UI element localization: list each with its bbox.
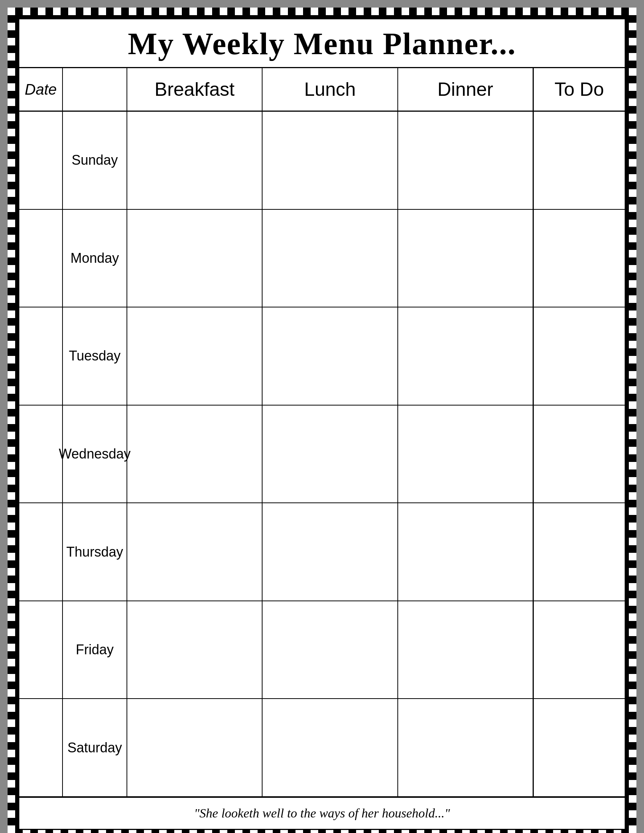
friday-label: Friday (76, 642, 114, 658)
thursday-row: Thursday (19, 503, 625, 601)
monday-day-cell: Monday (63, 210, 127, 307)
wednesday-label: Wednesday (59, 446, 130, 462)
page-title: My Weekly Menu Planner... (128, 26, 516, 61)
monday-breakfast-cell[interactable] (127, 210, 262, 307)
thursday-dinner-cell[interactable] (398, 503, 534, 600)
tuesday-lunch-cell[interactable] (262, 307, 398, 405)
wednesday-breakfast-cell[interactable] (127, 405, 262, 503)
saturday-day-cell: Saturday (63, 699, 127, 796)
breakfast-header-label: Breakfast (155, 78, 235, 100)
sunday-row: Sunday (19, 112, 625, 210)
thursday-todo-cell[interactable] (534, 503, 625, 600)
thursday-lunch-cell[interactable] (262, 503, 398, 600)
saturday-row: Saturday (19, 699, 625, 797)
tuesday-dinner-cell[interactable] (398, 307, 534, 405)
sunday-date-cell[interactable] (19, 112, 63, 209)
header-row: Date Breakfast Lunch Dinner To Do (19, 68, 625, 112)
tuesday-date-cell[interactable] (19, 307, 63, 405)
date-header-label: Date (25, 81, 57, 98)
todo-header-label: To Do (555, 78, 604, 100)
wednesday-row: Wednesday (19, 405, 625, 503)
sunday-todo-cell[interactable] (534, 112, 625, 209)
monday-todo-cell[interactable] (534, 210, 625, 307)
dinner-header-label: Dinner (438, 78, 493, 100)
tuesday-day-cell: Tuesday (63, 307, 127, 405)
lunch-header-label: Lunch (304, 78, 356, 100)
wednesday-date-cell[interactable] (19, 405, 63, 503)
page: My Weekly Menu Planner... Date Breakfast… (8, 8, 636, 833)
saturday-lunch-cell[interactable] (262, 699, 398, 796)
friday-date-cell[interactable] (19, 601, 63, 699)
day-header-cell (63, 68, 127, 111)
saturday-todo-cell[interactable] (534, 699, 625, 796)
friday-row: Friday (19, 601, 625, 700)
sunday-dinner-cell[interactable] (398, 112, 534, 209)
dinner-header-cell: Dinner (398, 68, 534, 111)
wednesday-todo-cell[interactable] (534, 405, 625, 503)
date-header-cell: Date (19, 68, 63, 111)
tuesday-todo-cell[interactable] (534, 307, 625, 405)
thursday-day-cell: Thursday (63, 503, 127, 600)
thursday-label: Thursday (66, 544, 123, 560)
wednesday-lunch-cell[interactable] (262, 405, 398, 503)
friday-dinner-cell[interactable] (398, 601, 534, 699)
planner-table: Date Breakfast Lunch Dinner To Do (19, 68, 625, 829)
wednesday-day-cell: Wednesday (63, 405, 127, 503)
sunday-label: Sunday (72, 152, 118, 168)
tuesday-row: Tuesday (19, 307, 625, 405)
sunday-day-cell: Sunday (63, 112, 127, 209)
monday-date-cell[interactable] (19, 210, 63, 307)
saturday-dinner-cell[interactable] (398, 699, 534, 796)
todo-header-cell: To Do (534, 68, 625, 111)
saturday-breakfast-cell[interactable] (127, 699, 262, 796)
monday-label: Monday (71, 250, 119, 266)
friday-day-cell: Friday (63, 601, 127, 699)
footer-quote-area: "She looketh well to the ways of her hou… (19, 797, 625, 829)
tuesday-breakfast-cell[interactable] (127, 307, 262, 405)
title-area: My Weekly Menu Planner... (19, 19, 625, 68)
quote-text: "She looketh well to the ways of her hou… (194, 806, 450, 820)
friday-breakfast-cell[interactable] (127, 601, 262, 699)
lunch-header-cell: Lunch (262, 68, 398, 111)
saturday-label: Saturday (68, 740, 122, 756)
monday-lunch-cell[interactable] (262, 210, 398, 307)
breakfast-header-cell: Breakfast (127, 68, 262, 111)
saturday-date-cell[interactable] (19, 699, 63, 796)
thursday-date-cell[interactable] (19, 503, 63, 600)
wednesday-dinner-cell[interactable] (398, 405, 534, 503)
days-container: Sunday Monday (19, 112, 625, 797)
sunday-breakfast-cell[interactable] (127, 112, 262, 209)
tuesday-label: Tuesday (69, 348, 121, 364)
thursday-breakfast-cell[interactable] (127, 503, 262, 600)
sunday-lunch-cell[interactable] (262, 112, 398, 209)
friday-todo-cell[interactable] (534, 601, 625, 699)
monday-dinner-cell[interactable] (398, 210, 534, 307)
monday-row: Monday (19, 210, 625, 308)
inner-content: My Weekly Menu Planner... Date Breakfast… (18, 18, 626, 830)
friday-lunch-cell[interactable] (262, 601, 398, 699)
